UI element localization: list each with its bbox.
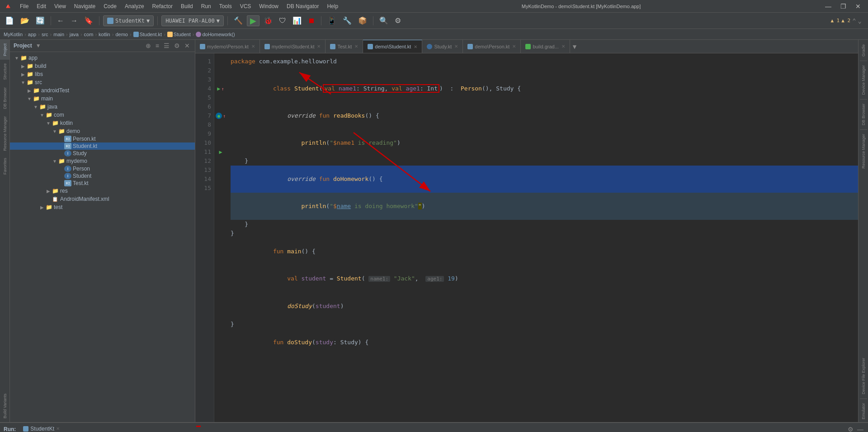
tab-close-testkt[interactable]: ✕: [354, 44, 358, 49]
stop-button[interactable]: ⏹: [306, 15, 317, 26]
tree-item-libs[interactable]: ▶ 📁 libs: [10, 70, 195, 78]
breadcrumb-studentkt[interactable]: Student.kt: [133, 32, 162, 37]
tree-item-kotlin[interactable]: ▼ 📁 kotlin: [10, 119, 195, 127]
build-variants-tool-button[interactable]: Build Variants: [0, 390, 9, 422]
structure-tool-button[interactable]: Structure: [0, 60, 9, 84]
tree-item-app[interactable]: ▼ 📁 app: [10, 54, 195, 62]
sidebar-expand-button[interactable]: ≡: [154, 42, 160, 50]
hammer-button[interactable]: 🔨: [231, 15, 245, 26]
tree-item-com[interactable]: ▼ 📁 com: [10, 111, 195, 119]
menu-tools[interactable]: Tools: [217, 2, 235, 10]
menu-refactor[interactable]: Refactor: [150, 2, 175, 10]
project-tool-button[interactable]: Project: [0, 40, 9, 60]
breadcrumb-java[interactable]: java: [70, 32, 79, 37]
sdk-button[interactable]: 🔧: [340, 15, 354, 26]
bottom-tab-studentkt[interactable]: StudentKt ✕: [19, 424, 63, 432]
tab-close-buildgrad[interactable]: ✕: [561, 44, 565, 49]
maximize-button[interactable]: ❐: [837, 3, 850, 10]
menu-run[interactable]: Run: [198, 2, 214, 10]
coverage-button[interactable]: 🛡: [277, 15, 288, 26]
run-tab-close[interactable]: ✕: [56, 426, 60, 431]
tree-item-res[interactable]: ▶ 📁 res: [10, 187, 195, 195]
code-text-area[interactable]: package com.example.helloworld class Stu…: [227, 53, 858, 422]
tree-item-testkt[interactable]: Kt Test.kt: [10, 180, 195, 187]
tab-demo-personkt[interactable]: demo\Person.kt ✕: [463, 40, 521, 53]
minimize-button[interactable]: —: [821, 3, 835, 10]
device-file-explorer-tool-button[interactable]: Device File Explorer: [860, 355, 867, 397]
tree-item-person-iface[interactable]: I Person: [10, 165, 195, 172]
device-dropdown[interactable]: HUAWEI PAR-AL00 ▼: [161, 15, 224, 26]
settings-button[interactable]: ⚙: [392, 15, 403, 26]
debug-button[interactable]: 🐞: [261, 15, 275, 26]
tree-item-personkt[interactable]: Kt Person.kt: [10, 135, 195, 142]
sidebar-locate-button[interactable]: ⊕: [144, 42, 152, 50]
profile-button[interactable]: 📊: [290, 15, 304, 26]
back-button[interactable]: ←: [55, 15, 66, 26]
run-config-dropdown[interactable]: StudentKt ▼: [103, 15, 154, 26]
device-manager-tool-button[interactable]: Device Manager: [860, 62, 867, 98]
forward-button[interactable]: →: [68, 15, 80, 26]
project-struct-button[interactable]: 📦: [356, 15, 369, 26]
menu-file[interactable]: File: [17, 2, 31, 10]
bottom-settings-button[interactable]: ⚙: [847, 425, 854, 432]
breadcrumb-src[interactable]: src: [42, 32, 48, 37]
warning1-label[interactable]: ▲ 1: [830, 18, 840, 24]
menu-vcs[interactable]: VCS: [237, 2, 254, 10]
breadcrumb-student-class[interactable]: Student: [167, 32, 191, 37]
run-gutter-line4[interactable]: ▶: [217, 85, 220, 92]
breadcrumb-mykotlin[interactable]: MyKotlin: [4, 32, 23, 37]
menu-build[interactable]: Build: [178, 2, 196, 10]
recent-files-button[interactable]: 🔖: [82, 15, 95, 26]
run-button[interactable]: ▶: [247, 15, 259, 26]
menu-navigate[interactable]: Navigate: [71, 2, 98, 10]
resource-manager-tool-button[interactable]: Resource Manager: [0, 113, 9, 155]
breadcrumb-demo[interactable]: demo: [115, 32, 128, 37]
tab-close-mydemostudentkt[interactable]: ✕: [317, 44, 321, 49]
tab-demo-studentkt[interactable]: demo\Student.kt ✕: [363, 40, 422, 53]
tree-item-demo[interactable]: ▼ 📁 demo: [10, 127, 195, 135]
breadcrumb-dohomework[interactable]: doHomework(): [196, 32, 235, 37]
breakpoint-line7[interactable]: ●: [216, 113, 222, 119]
tree-item-src[interactable]: ▼ 📁 src: [10, 78, 195, 86]
db-browser-right-tool-button[interactable]: DB Browser: [860, 101, 867, 128]
tab-close-studykt[interactable]: ✕: [454, 44, 458, 49]
menu-dbnavigator[interactable]: DB Navigator: [284, 2, 321, 10]
avd-button[interactable]: 📱: [325, 15, 339, 26]
collapse-icon[interactable]: ⌄: [858, 17, 862, 24]
sidebar-collapse-button[interactable]: ☰: [162, 42, 171, 50]
tab-close-demostudentkt[interactable]: ✕: [414, 44, 417, 49]
tree-item-test[interactable]: ▶ 📁 test: [10, 203, 195, 211]
tab-mydemo-personkt[interactable]: mydemo\Person.kt ✕: [195, 40, 260, 53]
lens-button[interactable]: 🔍: [377, 15, 391, 26]
db-browser-tool-button[interactable]: DB Browser: [0, 84, 9, 113]
tab-mydemo-studentkt[interactable]: mydemo\Student.kt ✕: [260, 40, 326, 53]
sync-button[interactable]: 🔄: [33, 15, 47, 26]
sidebar-close-button[interactable]: ✕: [183, 42, 191, 50]
warning2-label[interactable]: ▲ 2: [841, 18, 850, 24]
tree-item-student-iface[interactable]: I Student: [10, 172, 195, 180]
tree-item-studentkt[interactable]: Kt Student.kt: [10, 142, 195, 150]
tree-item-build[interactable]: ▶ 📁 build: [10, 62, 195, 70]
breadcrumb-app[interactable]: app: [28, 32, 36, 37]
tab-testkt[interactable]: Test.kt ✕: [326, 40, 363, 53]
menu-view[interactable]: View: [52, 2, 69, 10]
tree-item-study[interactable]: I Study: [10, 150, 195, 157]
new-project-button[interactable]: 📄: [3, 15, 16, 26]
emulator-tool-button[interactable]: Emulator: [860, 400, 867, 422]
tree-item-main[interactable]: ▼ 📁 main: [10, 95, 195, 103]
tab-buildgrad[interactable]: build.grad... ✕: [521, 40, 570, 53]
breadcrumb-kotlin[interactable]: kotlin: [99, 32, 110, 37]
tree-item-androidtest[interactable]: ▶ 📁 androidTest: [10, 86, 195, 95]
menu-window[interactable]: Window: [256, 2, 281, 10]
menu-code[interactable]: Code: [101, 2, 119, 10]
expand-icon[interactable]: ⌃: [852, 17, 856, 24]
menu-help[interactable]: Help: [324, 2, 341, 10]
breadcrumb-main[interactable]: main: [53, 32, 64, 37]
tab-more-button[interactable]: ▼: [570, 43, 579, 50]
code-editor[interactable]: 1 2 3 4 5 6 7 8 9 10 11 12 13 14 15: [195, 53, 858, 422]
tab-close-demopersonkt[interactable]: ✕: [512, 44, 516, 49]
open-button[interactable]: 📂: [18, 15, 32, 26]
gradle-tool-button[interactable]: Gradle: [860, 42, 867, 59]
tab-close-personkt[interactable]: ✕: [251, 44, 255, 49]
sidebar-dropdown-icon[interactable]: ▼: [36, 43, 41, 49]
